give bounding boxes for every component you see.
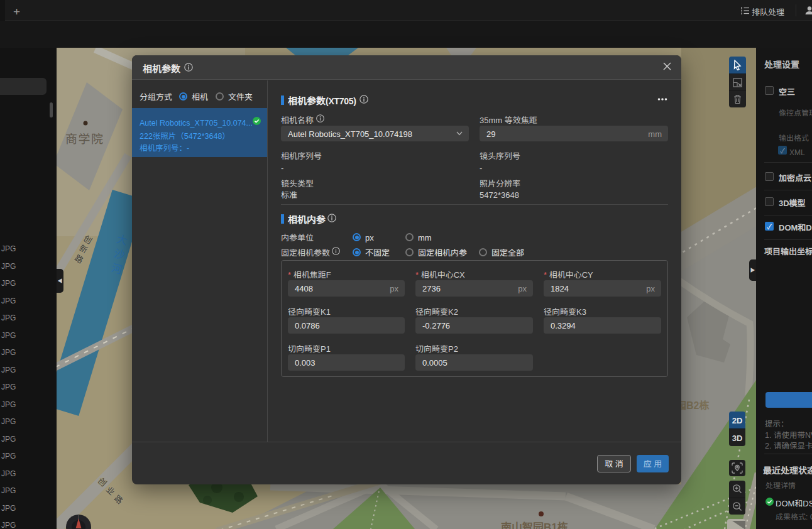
svg-text:路: 路 xyxy=(112,492,126,506)
svg-text:南山智园B1栋: 南山智园B1栋 xyxy=(501,518,568,529)
svg-text:商学院: 商学院 xyxy=(65,129,104,146)
